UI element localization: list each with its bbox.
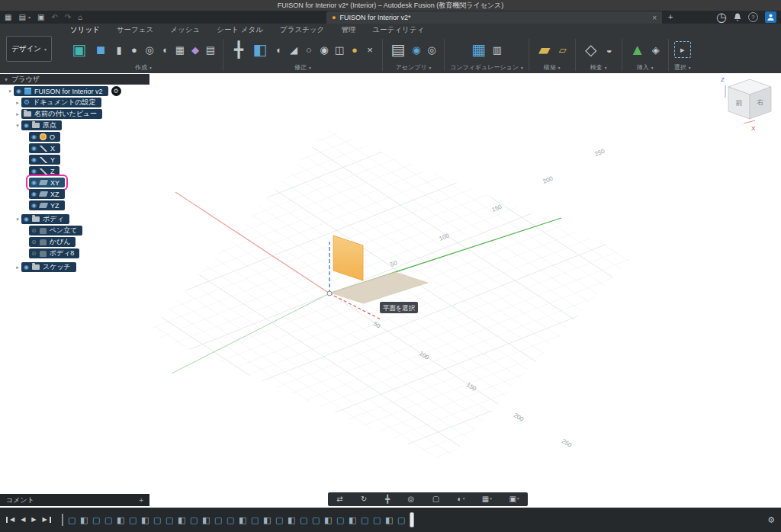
group-label-assemble[interactable]: アセンブリ▾ [396,63,432,72]
group-label-construct[interactable]: 構築▾ [544,63,561,72]
group-label-insert[interactable]: 挿入▾ [637,63,654,72]
timeline-feature[interactable]: ◧ [323,514,334,526]
timeline-sketch[interactable]: ▢ [359,514,371,526]
timeline-sketch[interactable]: ▢ [152,514,163,526]
timeline-feature[interactable]: ◧ [140,514,151,526]
close-tab-icon[interactable]: × [652,14,657,22]
browser-row-sketches[interactable]: ▸ ◉ スケッチ [0,262,153,272]
timeline-sketch[interactable]: ▢ [225,514,236,526]
timeline-sketch[interactable]: ▢ [127,514,139,526]
expand-caret-icon[interactable]: ▾ [14,123,21,129]
orbit-icon[interactable]: ↻ [361,495,368,503]
xy-plane-highlighted-chip[interactable]: ◉ XY [29,178,65,187]
expand-caret-icon[interactable]: ▾ [14,216,21,223]
notifications-bell-icon[interactable] [734,11,741,24]
configuration-table-tool[interactable]: ▦ [469,38,489,61]
go-to-start-button[interactable]: ◀ [6,517,15,523]
browser-header[interactable]: ▾ ブラウザ [0,74,149,85]
timeline-sketch[interactable]: ▢ [213,514,224,526]
timeline-scrubber-handle[interactable] [410,512,414,527]
add-comment-button[interactable]: + [139,496,143,505]
browser-row-plane-xz[interactable]: ◉ XZ [0,189,153,199]
create-sphere-tool[interactable]: ● [127,40,141,59]
undo-icon[interactable]: ↶ [51,14,57,21]
browser-row-axis-x[interactable]: ◉ X [0,143,153,153]
tab-plastic[interactable]: プラスチック [280,25,324,35]
timeline-sketch[interactable]: ▢ [274,514,285,526]
play-button[interactable]: ▶ [31,517,37,523]
redo-icon[interactable]: ↷ [65,14,71,21]
browser-row-bodies[interactable]: ▾ ◉ ボディ [0,214,153,224]
select-tool[interactable]: ▸ [674,41,691,58]
origin-point[interactable] [327,291,332,296]
expand-caret-icon[interactable]: ▸ [14,111,21,117]
user-avatar[interactable] [765,11,776,23]
browser-row-axis-z[interactable]: ◉ Z [0,166,153,176]
visibility-eye-icon[interactable]: ◉ [24,123,29,129]
fillet-tool[interactable]: ◖ [272,40,285,59]
timeline-feature[interactable]: ◧ [286,514,297,526]
move-copy-tool[interactable]: ╋ [229,38,249,61]
tab-surface[interactable]: サーフェス [117,25,153,35]
timeline-sketch[interactable]: ▢ [164,514,175,526]
visibility-eye-icon[interactable]: ◉ [31,168,37,175]
create-more-tool[interactable]: ▤ [204,40,217,59]
browser-row-body-penholder[interactable]: ⊘ ペン立て [0,226,153,236]
timeline-feature[interactable]: ◧ [262,514,273,526]
create-box-tool[interactable]: ■ [91,38,111,61]
timeline-sketch[interactable]: ▢ [335,514,346,526]
timeline-feature[interactable]: ◧ [237,514,249,526]
timeline-sketch[interactable]: ▢ [66,514,78,526]
visibility-eye-icon[interactable]: ◉ [31,146,37,152]
zoom-icon[interactable]: ◎ [407,495,415,503]
tab-solid[interactable]: ソリッド [70,25,100,35]
visibility-eye-icon[interactable]: ◉ [24,216,29,223]
construction-axis-tool[interactable]: ▱ [556,40,570,59]
home-icon[interactable]: ⌂ [78,14,82,21]
new-tab-button[interactable]: + [668,12,673,21]
combine-tool[interactable]: ◉ [317,40,331,59]
visibility-off-eye-icon[interactable]: ⊘ [31,251,37,257]
browser-row-origin-o[interactable]: ◉ O [0,132,153,142]
timeline-feature[interactable]: ◧ [176,514,188,526]
split-body-tool[interactable]: ◫ [333,40,346,59]
expand-caret-icon[interactable]: ▾ [6,88,14,95]
timeline-feature[interactable]: ◧ [115,514,127,526]
browser-row-plane-xy[interactable]: ◉ XY [0,178,153,187]
timeline-feature[interactable]: ◧ [347,514,358,526]
timeline-feature[interactable]: ◧ [79,514,90,526]
group-label-inspect[interactable]: 検査▾ [590,63,607,72]
tab-mesh[interactable]: メッシュ [170,25,200,35]
visibility-off-eye-icon[interactable]: ⊘ [31,239,37,245]
visibility-eye-icon[interactable]: ◉ [31,134,37,140]
browser-row-origin[interactable]: ▾ ◉ 原点 [0,120,153,130]
settings-gear-icon[interactable]: ⚙ [767,515,775,525]
delete-tool[interactable]: × [363,40,377,59]
group-label-modify[interactable]: 修正▾ [294,63,311,72]
create-form-tool[interactable]: ◆ [188,40,202,59]
joint-tool[interactable]: ◉ [410,40,423,59]
visibility-eye-icon[interactable]: ◉ [31,180,37,186]
timeline-sketch[interactable]: ▢ [298,514,310,526]
timeline-sketch[interactable]: ▢ [91,514,102,526]
document-settings-gear-icon[interactable]: ⚙ [111,86,121,96]
create-sketch-tool[interactable]: ▣ [69,38,89,61]
display-settings-icon[interactable]: ◐▾ [458,495,465,503]
timeline-feature[interactable]: ◧ [384,514,395,526]
measure-tool[interactable]: ◇ [581,38,601,61]
configuration-theme-tool[interactable]: ▥ [490,40,504,59]
group-label-create[interactable]: 作成▾ [135,63,152,72]
visibility-eye-icon[interactable]: ◉ [16,88,21,95]
timeline-sketch[interactable]: ▢ [188,514,200,526]
visibility-off-eye-icon[interactable]: ⊘ [31,228,37,234]
step-back-button[interactable]: ◀ [20,517,26,523]
viewport-layout-icon[interactable]: ▣▾ [509,495,519,503]
browser-row-plane-yz[interactable]: ◉ YZ [0,200,153,210]
tab-manage[interactable]: 管理 [341,25,355,35]
browser-row-root[interactable]: ▾ ◉ FUISON for Interior v2 ⚙ [0,86,153,96]
go-to-end-button[interactable]: ▶ [41,517,50,523]
construction-plane-tool[interactable]: ▰ [535,38,554,61]
timeline-feature[interactable]: ◧ [201,514,212,526]
create-cylinder-tool[interactable]: ▮ [112,40,126,59]
grid-settings-icon[interactable]: ▦▾ [482,495,492,503]
